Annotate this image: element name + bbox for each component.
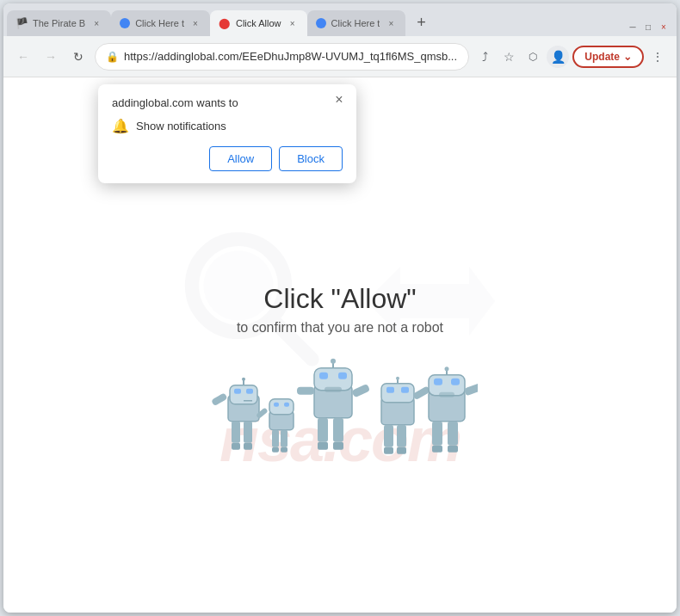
bookmark-icon[interactable]: ☆ — [498, 46, 519, 67]
svg-rect-26 — [318, 418, 328, 442]
browser-window: 🏴 The Pirate B × Click Here t × ⬤ Click … — [3, 3, 677, 613]
window-controls: ─ □ × — [627, 21, 673, 33]
svg-rect-52 — [432, 446, 442, 453]
svg-rect-48 — [412, 385, 430, 400]
forward-button[interactable]: → — [40, 46, 62, 68]
svg-rect-41 — [384, 447, 393, 454]
svg-rect-56 — [451, 379, 460, 385]
svg-rect-4 — [232, 422, 240, 443]
svg-rect-42 — [397, 447, 406, 454]
svg-rect-27 — [333, 418, 343, 442]
popup-title: addinglobal.com wants to — [112, 96, 343, 109]
svg-point-47 — [396, 377, 399, 380]
bell-icon: 🔔 — [112, 118, 129, 134]
svg-rect-37 — [351, 384, 370, 398]
tab-1-favicon: 🏴 — [15, 17, 28, 29]
share-icon[interactable]: ⤴ — [474, 46, 495, 67]
svg-rect-18 — [272, 447, 279, 453]
tab-bar: 🏴 The Pirate B × Click Here t × ⬤ Click … — [3, 3, 677, 36]
svg-point-59 — [445, 367, 449, 371]
click-allow-heading: Click "Allow" — [202, 283, 478, 315]
new-tab-button[interactable]: + — [409, 10, 433, 34]
svg-rect-33 — [325, 387, 342, 392]
permission-text: Show notifications — [136, 120, 226, 132]
lock-icon: 🔒 — [106, 51, 119, 63]
chevron-down-icon: ⌄ — [623, 51, 632, 63]
svg-rect-21 — [274, 403, 279, 407]
svg-rect-31 — [319, 373, 328, 379]
svg-point-13 — [242, 378, 245, 381]
notification-popup: × addinglobal.com wants to 🔔 Show notifi… — [98, 84, 356, 183]
svg-rect-43 — [381, 384, 414, 403]
url-actions: ⤴ ☆ ⬡ 👤 Update ⌄ ⋮ — [474, 46, 668, 68]
page-text-container: Click "Allow" to confirm that you are no… — [202, 283, 478, 490]
svg-rect-39 — [384, 425, 393, 447]
svg-rect-55 — [434, 379, 442, 385]
tab-3-title: Click Allow — [236, 18, 281, 28]
svg-point-35 — [331, 359, 336, 364]
address-bar: ← → ↻ 🔒 https://addinglobal.com/EEeDhuJm… — [3, 36, 677, 77]
tab-4[interactable]: Click Here t × — [307, 10, 406, 36]
url-text: https://addinglobal.com/EEeDhuJmp8W-UVUM… — [124, 50, 458, 63]
tab-2-close[interactable]: × — [189, 17, 201, 29]
url-bar[interactable]: 🔒 https://addinglobal.com/EEeDhuJmp8W-UV… — [95, 43, 469, 71]
tab-1-title: The Pirate B — [33, 18, 85, 28]
close-button[interactable]: × — [658, 21, 670, 33]
not-robot-text: to confirm that you are not a robot — [202, 320, 478, 336]
svg-rect-40 — [397, 425, 406, 447]
tab-3-favicon: ⬤ — [219, 17, 231, 29]
svg-rect-44 — [386, 387, 394, 393]
tab-3-close[interactable]: × — [287, 17, 299, 29]
svg-rect-7 — [244, 443, 252, 450]
extensions-icon[interactable]: ⬡ — [522, 46, 543, 67]
svg-rect-50 — [432, 422, 442, 446]
block-button[interactable]: Block — [279, 146, 343, 171]
svg-rect-10 — [246, 389, 253, 394]
page-content: risa.com Click "Allow" to confirm that y… — [3, 77, 677, 613]
minimize-button[interactable]: ─ — [627, 21, 639, 33]
svg-rect-19 — [281, 447, 287, 453]
update-button[interactable]: Update ⌄ — [572, 46, 644, 68]
tab-4-title: Click Here t — [331, 18, 380, 28]
back-button[interactable]: ← — [12, 46, 34, 68]
svg-rect-14 — [211, 392, 228, 406]
tab-2-title: Click Here t — [135, 18, 184, 28]
svg-rect-5 — [244, 422, 252, 443]
svg-rect-17 — [281, 430, 287, 447]
tab-1-close[interactable]: × — [90, 17, 102, 29]
svg-rect-57 — [439, 392, 454, 397]
refresh-button[interactable]: ↻ — [67, 46, 90, 68]
menu-button[interactable]: ⋮ — [647, 46, 668, 67]
robots-illustration — [202, 353, 478, 490]
tab-4-favicon — [316, 18, 326, 28]
svg-rect-32 — [338, 373, 347, 379]
allow-button[interactable]: Allow — [209, 146, 272, 171]
svg-rect-28 — [318, 442, 328, 450]
robots-svg — [202, 353, 478, 490]
svg-rect-51 — [448, 422, 458, 446]
svg-rect-6 — [232, 443, 240, 450]
svg-rect-16 — [272, 430, 279, 447]
popup-actions: Allow Block — [112, 146, 343, 171]
profile-button[interactable]: 👤 — [547, 46, 569, 68]
svg-rect-53 — [448, 446, 458, 453]
svg-rect-60 — [464, 382, 478, 396]
tab-2-favicon — [120, 18, 130, 28]
tab-4-close[interactable]: × — [385, 17, 397, 29]
svg-rect-9 — [234, 389, 241, 394]
svg-rect-22 — [284, 403, 289, 407]
popup-close-button[interactable]: × — [331, 91, 348, 108]
tab-1[interactable]: 🏴 The Pirate B × — [7, 10, 111, 36]
svg-rect-36 — [297, 387, 314, 395]
svg-rect-45 — [401, 387, 409, 393]
svg-rect-29 — [333, 442, 343, 450]
tab-3[interactable]: ⬤ Click Allow × — [210, 10, 307, 36]
maximize-button[interactable]: □ — [642, 21, 654, 33]
tab-2[interactable]: Click Here t × — [111, 10, 210, 36]
popup-permission: 🔔 Show notifications — [112, 118, 343, 134]
